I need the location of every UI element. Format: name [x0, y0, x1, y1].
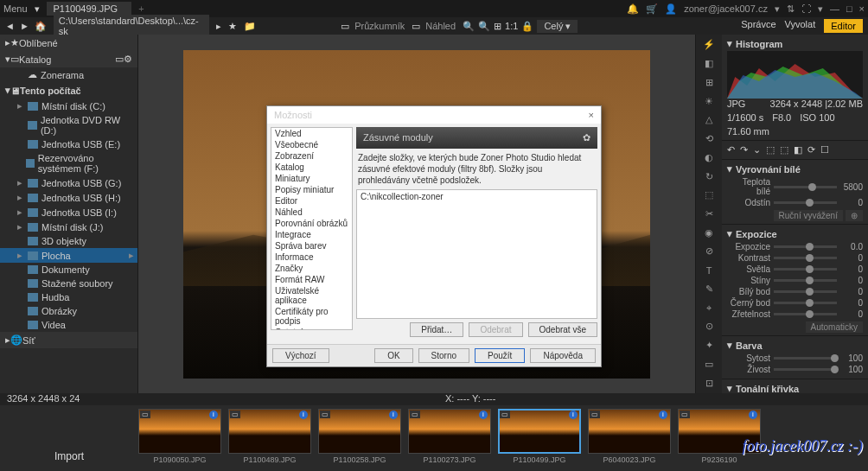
options-category[interactable]: Integrace [271, 229, 352, 240]
user-label[interactable]: zoner@jacek007.cz [684, 3, 768, 14]
go-icon[interactable]: ▸ [216, 21, 221, 32]
toolbar-icon[interactable]: ⬚ [766, 144, 775, 156]
catalog-header[interactable]: Katalog [19, 54, 51, 65]
one-to-one-icon[interactable]: 1:1 [505, 21, 518, 31]
tree-item[interactable]: ▸Jednotka USB (I:) [0, 205, 137, 220]
menu-arrow[interactable]: ▾ [35, 3, 40, 15]
maximize-button[interactable]: □ [846, 3, 852, 14]
slider[interactable] [774, 313, 837, 315]
tree-item[interactable]: Videa [0, 318, 137, 332]
options-category[interactable]: Formát RAW [271, 274, 352, 285]
options-category[interactable]: Uživatelské aplikace [271, 285, 352, 306]
slider[interactable] [774, 257, 837, 259]
options-category[interactable]: Náhled [271, 207, 352, 218]
catalog-gear-icon[interactable]: ⚙ [124, 54, 132, 65]
tool-icon[interactable]: T [701, 264, 717, 277]
tree-item[interactable]: Hudba [0, 290, 137, 304]
minimize-button[interactable]: — [830, 3, 839, 14]
tree-item[interactable]: Rezervováno systémem (F:) [0, 151, 137, 175]
sync-icon[interactable]: ⇅ [787, 3, 795, 15]
options-category[interactable]: Popisy miniatur [271, 184, 352, 195]
tool-icon[interactable]: ✂ [701, 207, 717, 221]
tree-item[interactable]: Jednotka USB (E:) [0, 137, 137, 151]
new-tab-button[interactable]: + [138, 3, 144, 14]
options-category[interactable]: Vzhled [271, 128, 352, 139]
tree-expand-icon[interactable]: ▸ [5, 334, 10, 346]
options-category[interactable]: Katalog [271, 162, 352, 173]
tool-icon[interactable]: ⌖ [701, 301, 717, 315]
options-category[interactable]: Certifikáty pro podpis [271, 306, 352, 327]
folder-icon[interactable]: 📁 [244, 21, 256, 32]
toolbar-icon[interactable]: ☐ [820, 144, 829, 156]
tool-icon[interactable]: ☀ [701, 94, 717, 108]
cart-icon[interactable]: 🛒 [646, 3, 658, 15]
this-pc-header[interactable]: Tento počítač [20, 86, 81, 96]
wb-manual-button[interactable]: Ruční vyvážení [774, 210, 843, 221]
import-button[interactable]: Import [5, 409, 133, 466]
exposure-auto-button[interactable]: Automaticky [806, 321, 863, 333]
tool-icon[interactable]: ⊡ [701, 376, 717, 390]
tree-expand-icon[interactable]: ▾ [5, 54, 10, 65]
close-button[interactable]: × [859, 3, 865, 14]
wb-temp-slider[interactable] [774, 186, 837, 188]
tool-icon[interactable]: ✎ [701, 283, 717, 296]
add-path-button[interactable]: Přidat… [410, 322, 463, 337]
options-category[interactable]: Správa barev [271, 240, 352, 251]
filmstrip-thumb[interactable]: ▭iP1100273.JPG [406, 409, 493, 464]
tool-icon[interactable]: ⬚ [701, 188, 717, 202]
slider[interactable] [774, 357, 837, 360]
filmstrip-thumb[interactable]: ▭iP1100499.JPG [496, 409, 583, 464]
options-category[interactable]: Ostatní [271, 327, 352, 330]
tree-item[interactable]: ▸Místní disk (J:) [0, 220, 137, 234]
favorite-icon[interactable]: ★ [228, 21, 237, 32]
toolbar-icon[interactable]: ↷ [740, 144, 748, 156]
tree-item[interactable]: ▸Plocha▸ [0, 248, 137, 263]
tool-icon[interactable]: ▭ [701, 357, 717, 371]
filmstrip-thumb[interactable]: ▭iP1100258.JPG [316, 409, 403, 464]
fullscreen-icon[interactable]: ⛶ [801, 3, 811, 14]
options-category[interactable]: Zobrazení [271, 150, 352, 162]
tree-item[interactable]: Stažené soubory [0, 277, 137, 290]
ok-button[interactable]: OK [374, 348, 412, 363]
cancel-button[interactable]: Storno [418, 348, 469, 363]
zoom-in-icon[interactable]: 🔍 [478, 21, 490, 32]
toolbar-icon[interactable]: ↶ [727, 144, 735, 156]
network-header[interactable]: Síť [22, 335, 35, 346]
slider[interactable] [774, 268, 837, 271]
mode-develop[interactable]: Vyvolat [785, 19, 816, 33]
browser-view-label[interactable]: Průzkumník [351, 21, 408, 32]
main-menu[interactable]: Menu [3, 3, 28, 14]
options-category[interactable]: Značky [271, 263, 352, 274]
filmstrip-thumb[interactable]: ▭iP9236190 [676, 409, 763, 464]
tool-icon[interactable]: ⊙ [701, 320, 717, 334]
tree-item[interactable]: Dokumenty [0, 263, 137, 277]
options-category[interactable]: Editor [271, 195, 352, 207]
tool-icon[interactable]: ⊞ [701, 75, 717, 89]
wb-tint-slider[interactable] [774, 201, 837, 204]
toolbar-icon[interactable]: ◧ [794, 144, 802, 156]
favorites-header[interactable]: Oblíbené [19, 38, 58, 48]
tree-expand-icon[interactable]: ▸ [5, 37, 10, 48]
slider[interactable] [774, 245, 837, 248]
home-icon[interactable]: 🏠 [35, 21, 47, 32]
preview-view-label[interactable]: Náhled [422, 21, 459, 32]
mode-editor[interactable]: Editor [824, 19, 863, 33]
browser-view-icon[interactable]: ▭ [341, 21, 349, 32]
slider[interactable] [774, 302, 837, 304]
tree-expand-icon[interactable]: ▾ [5, 85, 10, 96]
defaults-button[interactable]: Výchozí [272, 348, 329, 363]
preview-view-icon[interactable]: ▭ [412, 21, 420, 32]
tool-icon[interactable]: ◧ [701, 57, 717, 71]
bell-icon[interactable]: 🔔 [627, 3, 639, 15]
tree-item[interactable]: ▸Jednotka USB (H:) [0, 190, 137, 205]
tool-icon[interactable]: ◐ [701, 150, 717, 164]
filmstrip-thumb[interactable]: ▭iP6040023.JPG [586, 409, 673, 464]
tool-icon[interactable]: ⊘ [701, 245, 717, 258]
apply-button[interactable]: Použít [475, 348, 525, 363]
options-category[interactable]: Všeobecné [271, 139, 352, 150]
help-button[interactable]: Nápověda [530, 348, 596, 363]
tool-icon[interactable]: ⚡ [701, 38, 717, 52]
lock-icon[interactable]: 🔒 [521, 21, 533, 32]
tree-item[interactable]: Jednotka DVD RW (D:) [0, 113, 137, 137]
tool-icon[interactable]: ✦ [701, 339, 717, 353]
